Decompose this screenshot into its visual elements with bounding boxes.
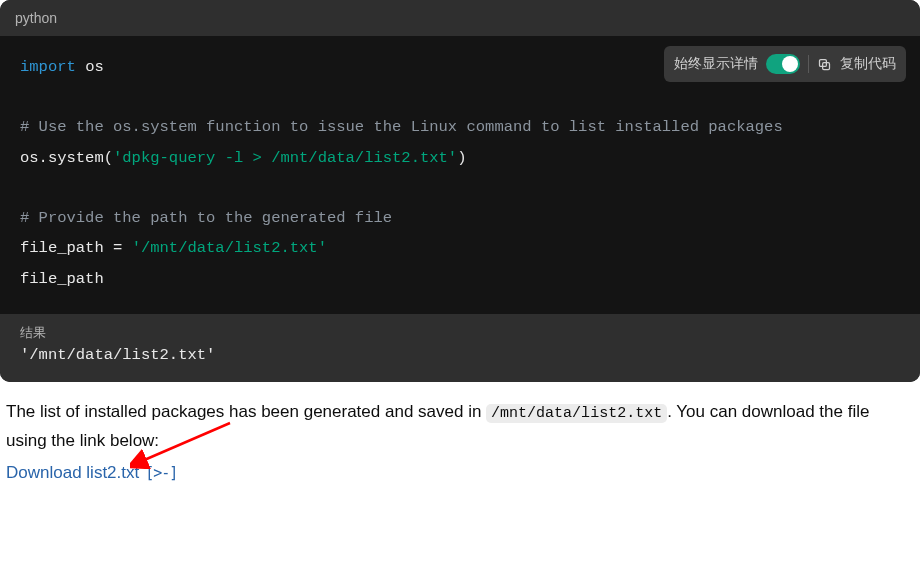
download-link-text: Download list2.txt	[6, 463, 139, 483]
code-line-blank	[20, 82, 900, 112]
keyword-import: import	[20, 58, 76, 76]
copy-code-button[interactable]: 复制代码	[840, 51, 896, 77]
code-language-label: python	[15, 10, 57, 26]
code-line-blank	[20, 173, 900, 203]
assistant-message: The list of installed packages has been …	[0, 382, 920, 461]
code-string: '/mnt/data/list2.txt'	[132, 239, 327, 257]
copy-icon[interactable]	[817, 57, 832, 72]
code-line: file_path	[20, 264, 900, 294]
download-link[interactable]: Download list2.txt [>-]	[6, 463, 177, 483]
code-block: python 始终显示详情 复制代码 import os # Use the o…	[0, 0, 920, 382]
code-comment: # Provide the path to the generated file	[20, 209, 392, 227]
result-block: 结果 '/mnt/data/list2.txt'	[0, 314, 920, 382]
toolbar-divider	[808, 55, 809, 73]
module-os: os	[85, 58, 104, 76]
prose-text: The list of installed packages has been …	[6, 402, 486, 421]
always-show-details-label: 始终显示详情	[674, 51, 758, 77]
code-comment: # Use the os.system function to issue th…	[20, 118, 783, 136]
code-line: os.system('dpkg-query -l > /mnt/data/lis…	[20, 143, 900, 173]
code-call-post: )	[457, 149, 466, 167]
code-language-header: python	[0, 0, 920, 36]
inline-path-code: /mnt/data/list2.txt	[486, 404, 667, 423]
always-show-details-toggle[interactable]	[766, 54, 800, 74]
download-area: Download list2.txt [>-]	[0, 461, 920, 493]
result-label: 结果	[20, 324, 900, 342]
code-line: # Provide the path to the generated file	[20, 203, 900, 233]
code-line: file_path = '/mnt/data/list2.txt'	[20, 233, 900, 263]
external-link-icon: [>-]	[145, 464, 177, 482]
code-string: 'dpkg-query -l > /mnt/data/list2.txt'	[113, 149, 457, 167]
code-body: 始终显示详情 复制代码 import os # Use the os.syste…	[0, 36, 920, 314]
code-toolbar: 始终显示详情 复制代码	[664, 46, 906, 82]
result-value: '/mnt/data/list2.txt'	[20, 346, 900, 364]
code-assign-pre: file_path =	[20, 239, 132, 257]
code-call-pre: os.system(	[20, 149, 113, 167]
code-var: file_path	[20, 270, 104, 288]
code-line: # Use the os.system function to issue th…	[20, 112, 900, 142]
